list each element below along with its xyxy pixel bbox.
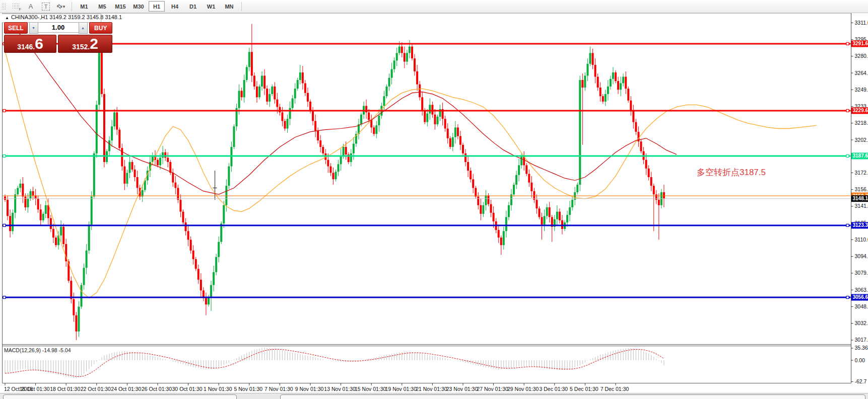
candle-body xyxy=(480,205,482,214)
candle-body xyxy=(411,46,413,58)
candle-body xyxy=(263,75,265,89)
toolbar-separator xyxy=(72,2,72,11)
candle-body xyxy=(256,87,258,97)
candle-body xyxy=(498,230,500,237)
candle-body xyxy=(317,131,319,140)
candle-body xyxy=(648,169,650,177)
svg-text:3148.1: 3148.1 xyxy=(853,196,868,201)
arrow-tools-icon[interactable]: ⇄▾ xyxy=(54,1,68,12)
candle-body xyxy=(307,93,309,102)
date-tick-label: 15 Nov 01:30 xyxy=(355,386,386,392)
tf-d1[interactable]: D1 xyxy=(185,1,201,12)
text-label-icon[interactable]: T xyxy=(39,1,53,12)
pane-borders xyxy=(3,13,851,383)
collapse-arrow-icon[interactable]: ▲ xyxy=(5,16,9,20)
volume-input[interactable]: 1.00 xyxy=(38,22,79,33)
candle-body xyxy=(513,185,515,194)
line-handle[interactable] xyxy=(846,109,849,112)
candle-body xyxy=(437,117,439,124)
candle-body xyxy=(617,81,619,90)
svg-text:3123.3: 3123.3 xyxy=(853,222,868,228)
candle-body xyxy=(190,240,192,250)
tf-h1[interactable]: H1 xyxy=(149,1,165,12)
candle-body xyxy=(594,65,596,77)
candle-body xyxy=(610,79,612,87)
candle-body xyxy=(289,108,291,119)
candle-body xyxy=(179,200,181,212)
candle-body xyxy=(338,164,340,172)
line-handle[interactable] xyxy=(3,296,6,298)
candle-body xyxy=(111,126,113,140)
line-handle[interactable] xyxy=(3,224,6,226)
price-tick-label: 3079.0 xyxy=(855,270,868,276)
text-icon[interactable]: A xyxy=(24,1,38,12)
line-handle[interactable] xyxy=(3,154,6,157)
candle-body xyxy=(55,237,57,245)
line-handle[interactable] xyxy=(846,42,849,45)
chart-canvas[interactable]: 3311.03295.53280.03264.53249.03233.53218… xyxy=(0,0,868,399)
candle-body xyxy=(162,152,164,158)
price-badge: 3229.6 xyxy=(851,107,868,114)
candle-body xyxy=(302,72,304,83)
sell-button[interactable]: SELL xyxy=(4,22,28,34)
macd-tick-label: -62.7 xyxy=(855,378,867,384)
tf-h4[interactable]: H4 xyxy=(167,1,183,12)
svg-text:3187.6: 3187.6 xyxy=(853,153,868,158)
candle-body xyxy=(86,251,88,268)
line-handle[interactable] xyxy=(846,224,849,226)
candle-body xyxy=(586,64,588,76)
candle-body xyxy=(108,140,110,151)
buy-price-display[interactable]: 3152.2 xyxy=(58,35,112,53)
candle-body xyxy=(88,224,90,250)
line-handle[interactable] xyxy=(846,296,849,298)
date-axis[interactable]: 12 Oct 201816 Oct 01:3018 Oct 01:3022 Oc… xyxy=(4,383,629,392)
candle-body xyxy=(607,87,609,94)
date-tick-label: 9 Nov 01:30 xyxy=(295,386,324,392)
candle-body xyxy=(261,75,263,86)
price-tick-label: 3311.0 xyxy=(855,20,868,26)
candle-body xyxy=(365,106,367,112)
candle-body xyxy=(309,102,311,111)
candle-body xyxy=(401,46,403,53)
tf-w1[interactable]: W1 xyxy=(203,1,219,12)
candle-body xyxy=(632,111,634,122)
candle-body xyxy=(200,280,202,290)
candle-body xyxy=(281,112,283,121)
tf-m15[interactable]: M15 xyxy=(112,1,128,12)
candle-body xyxy=(14,194,16,212)
date-tick-label: 1 Nov 01:30 xyxy=(204,386,232,392)
candle-body xyxy=(459,136,461,145)
candle-body xyxy=(258,87,260,97)
candle-body xyxy=(360,115,362,124)
tf-mn[interactable]: MN xyxy=(221,1,237,12)
line-handle[interactable] xyxy=(3,109,6,112)
sell-price-display[interactable]: 3146.6 xyxy=(4,35,56,53)
candle-body xyxy=(627,89,629,101)
candle-body xyxy=(605,94,607,102)
fibonacci-icon[interactable]: F xyxy=(9,1,23,12)
candle-body xyxy=(218,242,220,257)
candle-body xyxy=(50,218,52,229)
tf-m5[interactable]: M5 xyxy=(94,1,110,12)
volume-increase-button[interactable]: ▲ xyxy=(79,22,88,34)
candle-body xyxy=(658,200,660,205)
candle-body xyxy=(393,60,395,69)
candle-body xyxy=(205,298,207,304)
candle-body xyxy=(210,285,212,297)
candle-body xyxy=(322,147,324,153)
tf-m30[interactable]: M30 xyxy=(130,1,147,12)
candle-body xyxy=(416,71,418,85)
tf-m1[interactable]: M1 xyxy=(76,1,92,12)
svg-text:3056.6: 3056.6 xyxy=(853,294,868,300)
volume-decrease-button[interactable]: ▼ xyxy=(29,22,38,34)
line-handle[interactable] xyxy=(846,154,849,157)
candle-body xyxy=(576,185,578,192)
candle-body xyxy=(137,177,139,188)
date-tick-label: 5 Dec 01:30 xyxy=(570,386,598,392)
candle-body xyxy=(388,78,390,87)
candle-body xyxy=(368,112,370,120)
buy-button[interactable]: BUY xyxy=(89,22,113,34)
price-tick-label: 3156.5 xyxy=(855,186,868,192)
price-tick-label: 3048.0 xyxy=(855,303,868,309)
chart-text-annotation[interactable]: 多空转折点3187.5 xyxy=(697,167,766,178)
